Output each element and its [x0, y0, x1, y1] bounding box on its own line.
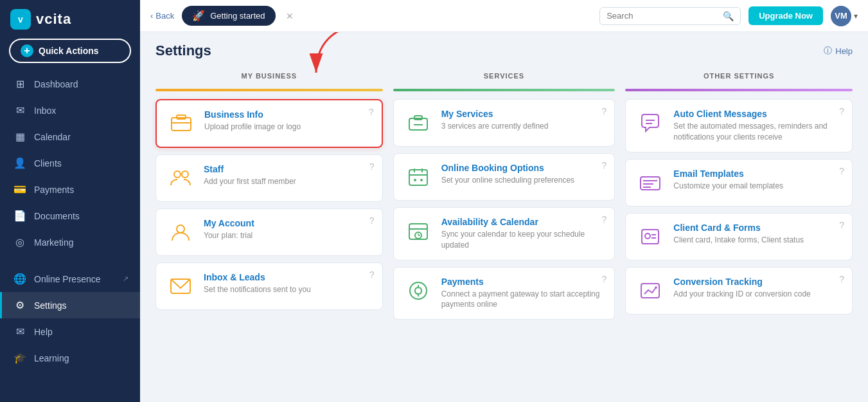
card-online_booking[interactable]: Online Booking OptionsSet your online sc… [393, 153, 616, 201]
card-payments_settings[interactable]: PaymentsConnect a payment gateway to sta… [393, 267, 616, 320]
sidebar-item-payments[interactable]: 💳 Payments [0, 176, 140, 203]
my_account-title: My Account [204, 218, 372, 228]
auto_client_messages-desc: Set the automated messages, reminders an… [673, 121, 842, 143]
inbox_leads-text: Inbox & LeadsSet the notifications sent … [204, 272, 372, 295]
getting-started-tab[interactable]: 🚀 Getting started [182, 6, 275, 26]
conversion_tracking-help-icon[interactable]: ? [839, 274, 844, 284]
payments-label: Payments [34, 185, 74, 195]
sidebar-item-documents[interactable]: 📄 Documents [0, 203, 140, 229]
card-auto_client_messages[interactable]: Auto Client MessagesSet the automated me… [625, 99, 853, 152]
page-header: Settings ⓘ Help [155, 42, 853, 59]
conversion_tracking-title: Conversion Tracking [673, 277, 842, 287]
card-my_account[interactable]: My AccountYour plan: trial? [155, 208, 383, 256]
upgrade-label: Upgrade Now [759, 11, 813, 21]
my_services-icon [404, 109, 432, 137]
my_services-text: My Services3 services are currently defi… [441, 109, 605, 132]
back-button[interactable]: ‹ Back [150, 11, 174, 21]
payments_settings-text: PaymentsConnect a payment gateway to sta… [441, 277, 605, 311]
back-chevron-icon: ‹ [150, 11, 153, 21]
documents-icon: 📄 [13, 210, 26, 222]
column-header-other_settings: OTHER SETTINGS [625, 69, 853, 82]
close-getting-started-button[interactable]: ✕ [286, 11, 294, 21]
client_card_forms-help-icon[interactable]: ? [839, 220, 844, 230]
payments_settings-help-icon[interactable]: ? [602, 274, 607, 284]
help-button[interactable]: ⓘ Help [824, 45, 853, 57]
auto_client_messages-help-icon[interactable]: ? [839, 106, 844, 116]
help-circle-icon: ⓘ [824, 45, 832, 57]
my_account-icon [166, 218, 195, 246]
sidebar-item-help[interactable]: ✉ Help [0, 318, 140, 345]
sidebar-item-calendar[interactable]: ▦ Calendar [0, 123, 140, 150]
card-inbox_leads[interactable]: Inbox & LeadsSet the notifications sent … [155, 262, 383, 310]
inbox_leads-icon [166, 272, 195, 300]
quick-actions-button[interactable]: + Quick Actions [9, 39, 131, 63]
email_templates-icon [636, 169, 664, 197]
my_services-help-icon[interactable]: ? [602, 106, 607, 116]
staff-help-icon[interactable]: ? [369, 161, 375, 172]
card-conversion_tracking[interactable]: Conversion TrackingAdd your tracking ID … [625, 267, 853, 315]
online-presence-label: Online Presence [34, 274, 101, 284]
my_services-desc: 3 services are currently defined [441, 121, 605, 132]
logo-icon: v [10, 9, 31, 30]
online_booking-help-icon[interactable]: ? [602, 160, 607, 170]
column-header-services: SERVICES [393, 69, 616, 82]
online-presence-icon: 🌐 [13, 273, 26, 285]
column-accent-services [393, 89, 616, 91]
online_booking-text: Online Booking OptionsSet your online sc… [441, 163, 605, 186]
svg-point-22 [410, 282, 427, 299]
learning-icon: 🎓 [13, 352, 26, 364]
my_account-help-icon[interactable]: ? [369, 215, 375, 226]
business_info-help-icon[interactable]: ? [369, 107, 374, 117]
settings-grid: MY BUSINESSBusiness InfoUpload profile i… [155, 69, 853, 326]
card-staff[interactable]: StaffAdd your first staff member? [155, 154, 383, 202]
sidebar-item-clients[interactable]: 👤 Clients [0, 150, 140, 176]
sidebar-item-online-presence[interactable]: 🌐 Online Presence ↗ [0, 266, 140, 292]
card-email_templates[interactable]: Email TemplatesCustomize your email temp… [625, 159, 853, 206]
dashboard-label: Dashboard [34, 79, 78, 89]
marketing-label: Marketing [34, 237, 73, 248]
search-input[interactable] [607, 11, 719, 21]
sidebar-item-settings[interactable]: ⚙ Settings [0, 292, 140, 318]
search-box: 🔍 [599, 7, 741, 25]
client_card_forms-desc: Client card, Intake forms, Client status [673, 235, 842, 246]
user-avatar-dropdown[interactable]: VM ▾ [831, 6, 858, 26]
client_card_forms-icon [636, 223, 664, 251]
svg-point-4 [174, 171, 181, 178]
topbar: ‹ Back 🚀 Getting started ✕ 🔍 Upgrade Now… [140, 0, 868, 32]
availability_calendar-help-icon[interactable]: ? [602, 214, 607, 224]
page-content: Settings ⓘ Help MY BUSINESSBusiness Info… [140, 32, 868, 402]
conversion_tracking-icon [636, 277, 664, 305]
card-client_card_forms[interactable]: Client Card & FormsClient card, Intake f… [625, 213, 853, 260]
search-icon[interactable]: 🔍 [723, 11, 734, 21]
sidebar-item-marketing[interactable]: ◎ Marketing [0, 229, 140, 255]
my_account-text: My AccountYour plan: trial [204, 218, 372, 241]
card-my_services[interactable]: My Services3 services are currently defi… [393, 99, 616, 147]
external-link-icon: ↗ [123, 275, 128, 283]
email_templates-text: Email TemplatesCustomize your email temp… [673, 169, 842, 192]
payments_settings-title: Payments [441, 277, 605, 287]
email_templates-title: Email Templates [673, 169, 842, 179]
sidebar-item-dashboard[interactable]: ⊞ Dashboard [0, 71, 140, 97]
staff-icon [166, 164, 195, 192]
availability_calendar-icon [404, 217, 432, 245]
card-availability_calendar[interactable]: Availability & CalendarSync your calenda… [393, 207, 616, 260]
back-label: Back [155, 11, 174, 21]
sidebar-item-learning[interactable]: 🎓 Learning [0, 345, 140, 371]
inbox_leads-desc: Set the notifications sent to you [204, 284, 372, 295]
card-business_info[interactable]: Business InfoUpload profile image or log… [155, 99, 383, 148]
page-title: Settings [155, 42, 211, 59]
inbox_leads-help-icon[interactable]: ? [369, 270, 375, 280]
upgrade-now-button[interactable]: Upgrade Now [748, 6, 823, 25]
email_templates-help-icon[interactable]: ? [839, 166, 844, 176]
svg-point-5 [182, 171, 188, 178]
payments_settings-desc: Connect a payment gateway to start accep… [441, 289, 605, 311]
conversion_tracking-desc: Add your tracking ID or conversion code [673, 289, 842, 300]
svg-point-6 [177, 225, 184, 233]
sidebar-item-inbox[interactable]: ✉ Inbox [0, 97, 140, 123]
dashboard-icon: ⊞ [13, 78, 26, 90]
payments_settings-icon [404, 277, 432, 305]
learning-label: Learning [34, 353, 69, 363]
online_booking-icon [404, 163, 432, 191]
settings-icon: ⚙ [13, 299, 26, 311]
my_services-title: My Services [441, 109, 605, 119]
